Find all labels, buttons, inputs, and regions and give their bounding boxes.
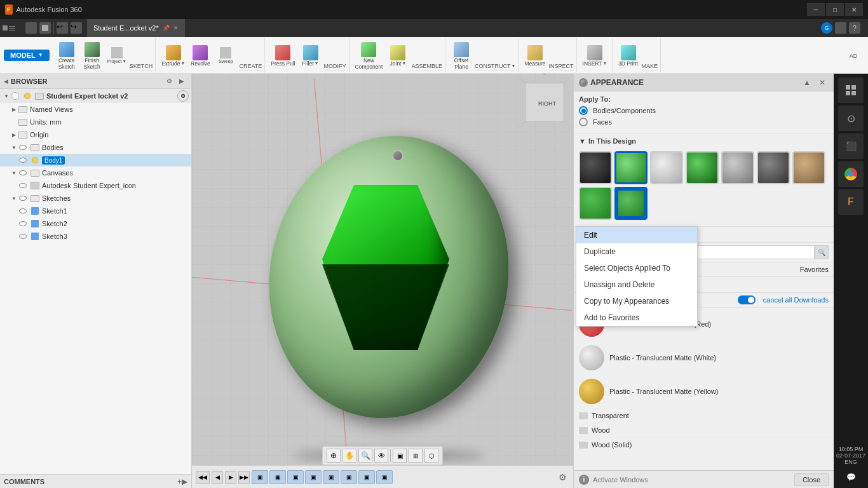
help-btn[interactable]: ? [849, 22, 860, 34]
notifications-btn[interactable] [835, 22, 846, 34]
project-btn[interactable]: Project▼ [105, 45, 128, 65]
taskview-btn[interactable]: ⬛ [838, 133, 864, 159]
browser-collapse-btn[interactable]: ▶ [176, 76, 187, 87]
look-at-btn[interactable]: 👁 [374, 449, 388, 463]
offset-plane-btn[interactable]: OffsetPlane [449, 40, 473, 71]
timeline-prev-btn[interactable]: ◀◀ [196, 471, 210, 484]
close-cube-btn[interactable] [543, 74, 546, 74]
tree-canvas-item[interactable]: Autodesk Student Expert_icon [0, 179, 191, 192]
timeline-settings-btn[interactable]: ⚙ [555, 471, 569, 484]
viewport[interactable]: RIGHT ⊕ ✋ 🔍 👁 ▣ ⊞ ⬡ ◀◀ ◀ ▶ [192, 74, 573, 488]
extrude-btn[interactable]: Extrude▼ [159, 43, 187, 67]
measure-btn[interactable]: Measure [522, 43, 547, 67]
cancel-downloads-link[interactable]: cancel all Downloads [763, 296, 829, 304]
press-pull-btn[interactable]: Press Pull [269, 43, 297, 67]
tree-sketches[interactable]: ▼ Sketches [0, 192, 191, 205]
orbit-btn[interactable]: ⊕ [327, 449, 341, 463]
material-row-3[interactable]: Plastic - Translucent Matte (Yellow) [574, 375, 834, 409]
cm-add-favorites[interactable]: Add to Favorites [576, 309, 697, 326]
add-ins-btn[interactable]: AD [841, 51, 865, 60]
grid-btn[interactable]: ⊞ [409, 449, 423, 463]
fusion-btn[interactable]: F [838, 189, 864, 215]
undo-btn[interactable]: ↩ [57, 22, 68, 34]
fillet-btn[interactable]: Fillet▼ [299, 43, 323, 67]
faces-radio[interactable] [579, 118, 588, 126]
timeline-item-2[interactable]: ▣ [269, 470, 286, 484]
chrome-btn[interactable] [838, 161, 864, 187]
comments-add-btn[interactable]: + [177, 477, 182, 486]
notification-area[interactable]: 💬 [838, 470, 864, 484]
ap-expand-btn[interactable]: ▲ [801, 76, 813, 89]
tree-origin[interactable]: ▶ Origin [0, 128, 191, 141]
tree-body1[interactable]: Body1 [0, 154, 191, 166]
cm-edit[interactable]: Edit [576, 227, 697, 243]
cm-copy-to[interactable]: Copy to My Appearances [576, 293, 697, 309]
downloads-toggle[interactable] [738, 295, 756, 304]
swatch-7[interactable] [792, 151, 825, 184]
timeline-back-btn[interactable]: ◀ [212, 471, 223, 484]
timeline-item-4[interactable]: ▣ [305, 470, 322, 484]
active-tab[interactable]: Student E...ocket v2* 📌 ✕ [87, 19, 185, 37]
revolve-btn[interactable]: Revolve [188, 43, 212, 67]
pan-btn[interactable]: ✋ [342, 449, 356, 463]
tree-named-views[interactable]: ▶ Named Views [0, 103, 191, 116]
root-settings-btn[interactable]: ⚙ [177, 90, 189, 102]
swatch-4[interactable] [686, 151, 719, 184]
cm-select-objects[interactable]: Select Objects Applied To [576, 260, 697, 276]
canvases-expand[interactable]: ▼ [10, 169, 18, 177]
browser-settings-btn[interactable]: ⚙ [163, 76, 175, 87]
named-views-expand[interactable]: ▶ [10, 105, 18, 113]
bodies-radio[interactable] [579, 106, 588, 115]
nav-cube[interactable]: RIGHT [519, 77, 570, 128]
timeline-item-6[interactable]: ▣ [341, 470, 357, 484]
tree-sketch1[interactable]: Sketch1 [0, 205, 191, 217]
timeline-item-1[interactable]: ▣ [252, 470, 268, 484]
close-button[interactable]: ✕ [845, 3, 863, 16]
tree-sketch3[interactable]: Sketch3 [0, 230, 191, 243]
maximize-button[interactable]: □ [826, 3, 844, 16]
tree-root-item[interactable]: ▼ Student Expert locket v2 ⚙ [0, 89, 191, 103]
search-button[interactable]: 🔍 [815, 245, 829, 259]
tree-canvases[interactable]: ▼ Canvases [0, 166, 191, 179]
swatch-3[interactable] [650, 151, 683, 184]
timeline-play-btn[interactable]: ▶ [225, 471, 236, 484]
swatch-1[interactable] [579, 151, 612, 184]
comments-expand-btn[interactable]: ▶ [182, 477, 187, 486]
cm-unassign[interactable]: Unassign and Delete [576, 276, 697, 293]
finish-sketch-btn[interactable]: FinishSketch [80, 40, 104, 71]
swatch-8[interactable] [579, 187, 612, 220]
tree-sketch2[interactable]: Sketch2 [0, 217, 191, 230]
swatch-6[interactable] [757, 151, 790, 184]
browser-expand-icon[interactable]: ◀ [4, 78, 8, 85]
timeline-item-5[interactable]: ▣ [323, 470, 339, 484]
tree-bodies[interactable]: ▼ Bodies [0, 141, 191, 154]
timeline-fwd-btn[interactable]: ▶▶ [238, 471, 250, 484]
user-avatar[interactable]: G [821, 22, 832, 34]
material-row-2[interactable]: Plastic - Translucent Matte (White) [574, 341, 834, 375]
joint-btn[interactable]: Joint▼ [386, 43, 410, 67]
tab-pin[interactable]: 📌 [163, 25, 170, 31]
3dprint-btn[interactable]: 3D Print [616, 43, 641, 67]
timeline-item-7[interactable]: ▣ [358, 470, 375, 484]
create-sketch-btn[interactable]: CreateSketch [55, 40, 79, 71]
swatch-2[interactable] [614, 151, 648, 184]
zoom-btn[interactable]: 🔍 [358, 449, 372, 463]
timeline-item-8[interactable]: ▣ [376, 470, 393, 484]
minimize-button[interactable]: ─ [807, 3, 825, 16]
tree-expand-root[interactable]: ▼ [3, 92, 10, 100]
model-mode-button[interactable]: MODEL ▼ [4, 50, 50, 61]
favorites-btn[interactable]: Favorites [800, 265, 829, 274]
new-component-btn[interactable]: NewComponent [353, 40, 385, 71]
timeline-item-3[interactable]: ▣ [287, 470, 304, 484]
folder-row-2[interactable]: Wood [574, 423, 834, 438]
ap-close-panel-btn[interactable]: ✕ [816, 76, 829, 89]
swatch-5[interactable] [721, 151, 754, 184]
folder-row-3[interactable]: Wood (Solid) [574, 438, 834, 452]
taskbar-start-btn[interactable] [838, 78, 864, 103]
save-btn[interactable] [39, 22, 51, 34]
redo-btn[interactable]: ↪ [71, 22, 82, 34]
tab-close[interactable]: ✕ [173, 25, 179, 31]
cm-duplicate[interactable]: Duplicate [576, 243, 697, 260]
perspective-btn[interactable]: ⬡ [424, 449, 438, 463]
close-button[interactable]: Close [794, 473, 829, 486]
